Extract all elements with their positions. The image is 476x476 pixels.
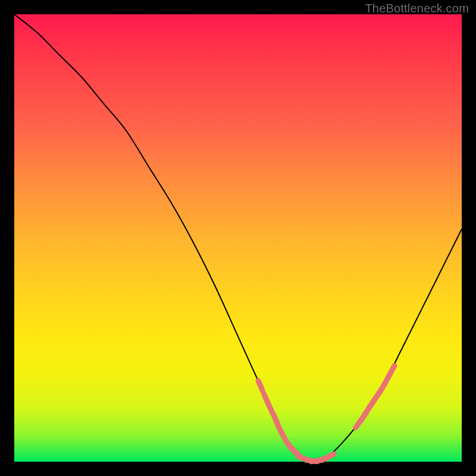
marker-cluster-right [356, 366, 394, 428]
bottleneck-curve [14, 14, 462, 462]
marker-segment [324, 454, 334, 459]
marker-segment [258, 381, 262, 391]
plot-area [14, 14, 462, 462]
marker-cluster-left [258, 381, 302, 458]
marker-segment [389, 366, 394, 375]
watermark-text: TheBottleneck.com [365, 2, 469, 15]
marker-segment [268, 403, 273, 413]
chart-frame: TheBottleneck.com [0, 0, 476, 476]
marker-cluster-valley [298, 454, 334, 462]
curve-svg [14, 14, 462, 462]
